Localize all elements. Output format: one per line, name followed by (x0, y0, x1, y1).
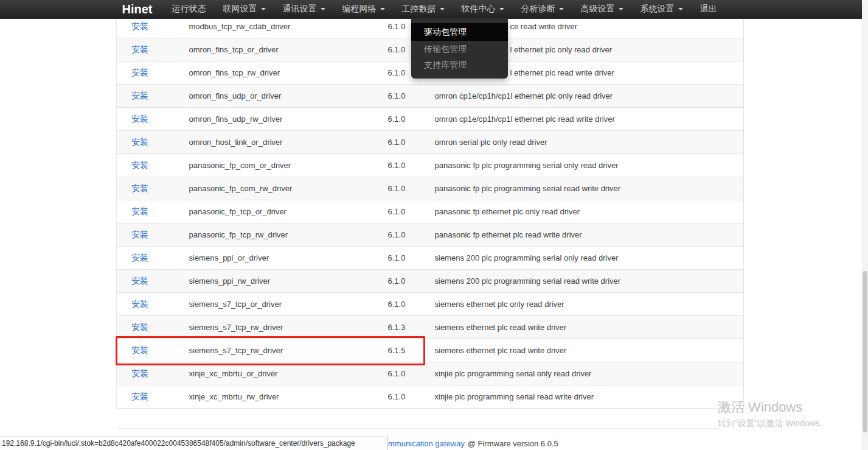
driver-row: 安装omron_fins_udp_rw_driver6.1.0omron cp1… (117, 108, 744, 131)
install-link[interactable]: 安装 (131, 230, 148, 239)
install-cell: 安装 (117, 223, 184, 247)
scrollbar-thumb[interactable] (863, 271, 867, 432)
driver-description: omron serial plc only read driver (429, 131, 744, 154)
caret-down-icon (440, 8, 445, 10)
software-center-dropdown: 驱动包管理传输包管理支持库管理 (411, 18, 508, 79)
nav-item-label: 系统设置 (641, 4, 675, 15)
install-link[interactable]: 安装 (131, 392, 148, 401)
nav-item-industrial-data[interactable]: 工控数据 (394, 0, 453, 18)
driver-name: omron_fins_tcp_or_driver (184, 38, 383, 62)
driver-row: 安装xinje_xc_mbrtu_rw_driver6.1.0xinjie pl… (117, 385, 744, 409)
install-cell: 安装 (117, 108, 184, 131)
install-cell: 安装 (117, 131, 184, 154)
footer-gateway-link[interactable]: mmunication gateway (388, 439, 465, 448)
driver-row: 安装panasonic_fp_tcp_rw_driver6.1.0panason… (117, 223, 744, 247)
driver-description: siemens 200 plc programming serial only … (429, 247, 744, 270)
driver-version: 6.1.0 (383, 223, 429, 247)
brand-logo[interactable]: Hinet (122, 0, 153, 18)
nav-item-comm-setup[interactable]: 通讯设置 (274, 0, 334, 18)
install-cell: 安装 (117, 200, 184, 223)
driver-description: xinjie plc programming serial only read … (429, 362, 744, 385)
driver-version: 6.1.0 (383, 270, 429, 293)
install-link[interactable]: 安装 (131, 183, 148, 193)
nav-item-run-status[interactable]: 运行状态 (164, 0, 215, 18)
nav-item-label: 通讯设置 (283, 4, 317, 15)
driver-version: 6.1.0 (383, 108, 429, 131)
driver-description: omron cp1e/cp1h/cp1l ethernet plc read w… (429, 108, 744, 131)
driver-description: xinjie plc programming serial read write… (429, 385, 744, 409)
driver-version: 6.1.5 (383, 339, 429, 362)
driver-name: siemens_s7_tcp_rw_driver (184, 339, 383, 362)
driver-description: panasonic fp ethernet plc read write dri… (429, 223, 744, 247)
caret-down-icon (261, 8, 266, 10)
firmware-version-text: @ Firmware version 6.0.5 (468, 439, 558, 448)
install-link[interactable]: 安装 (131, 44, 148, 54)
install-cell: 安装 (117, 62, 184, 85)
install-link[interactable]: 安装 (131, 137, 148, 147)
page: 安装modbus_tcp_rw_cdab_driver6.1.0ce read … (0, 0, 868, 450)
install-cell: 安装 (117, 385, 184, 409)
driver-row: 安装panasonic_fp_com_rw_driver6.1.0panason… (117, 177, 744, 200)
driver-description: siemens 200 plc programming serial read … (429, 270, 744, 293)
install-link[interactable]: 安装 (131, 345, 148, 355)
footer: mmunication gateway@ Firmware version 6.… (388, 439, 558, 448)
driver-name: panasonic_fp_com_or_driver (184, 154, 383, 177)
driver-row: 安装panasonic_fp_com_or_driver6.1.0panason… (117, 154, 744, 177)
driver-name: xinje_xc_mbrtu_or_driver (184, 362, 383, 385)
driver-name: omron_fins_udp_rw_driver (184, 108, 383, 131)
install-link[interactable]: 安装 (131, 160, 148, 170)
nav-item-system-settings[interactable]: 系统设置 (632, 0, 692, 18)
install-link[interactable]: 安装 (131, 68, 148, 77)
driver-row: 安装omron_fins_udp_or_driver6.1.0omron cp1… (117, 85, 744, 108)
nav-item-software-center[interactable]: 软件中心 (453, 0, 513, 18)
footer-divider (117, 428, 720, 429)
driver-name: panasonic_fp_tcp_or_driver (184, 200, 383, 223)
install-cell: 安装 (117, 270, 184, 293)
nav-item-logout[interactable]: 退出 (692, 0, 726, 18)
install-link[interactable]: 安装 (131, 368, 148, 378)
driver-version: 6.1.0 (383, 362, 429, 385)
driver-name: siemens_s7_tcp_or_driver (184, 293, 383, 316)
install-link[interactable]: 安装 (131, 276, 148, 286)
caret-down-icon (321, 8, 325, 10)
driver-version: 6.1.0 (383, 293, 429, 316)
nav-item-label: 高级设置 (581, 4, 615, 15)
status-bar-url: 192.168.9.1/cgi-bin/luci/;stok=b2d8c420a… (0, 437, 388, 450)
driver-row: 安装siemens_s7_tcp_rw_driver6.1.5siemens e… (117, 339, 744, 362)
install-link[interactable]: 安装 (131, 21, 148, 31)
driver-description: siemens ethernet plc read write driver (429, 339, 744, 362)
caret-down-icon (499, 8, 504, 10)
caret-down-icon (380, 8, 385, 10)
install-cell: 安装 (117, 177, 184, 200)
nav-item-network-setup[interactable]: 联网设置 (215, 0, 274, 18)
nav-item-advanced-settings[interactable]: 高级设置 (572, 0, 632, 18)
navbar-inner: Hinet 运行状态联网设置通讯设置编程网络工控数据软件中心分析诊断高级设置系统… (121, 0, 748, 18)
driver-name: panasonic_fp_com_rw_driver (184, 177, 383, 200)
nav-item-label: 分析诊断 (521, 4, 555, 15)
nav-item-analysis-diagnosis[interactable]: 分析诊断 (513, 0, 572, 18)
install-link[interactable]: 安装 (131, 114, 148, 124)
driver-description: omron cp1e/cp1h/cp1l ethernet plc only r… (429, 85, 744, 108)
install-link[interactable]: 安装 (131, 322, 148, 332)
driver-row: 安装xinje_xc_mbrtu_or_driver6.1.0xinjie pl… (117, 362, 744, 385)
nav-item-label: 联网设置 (223, 4, 257, 15)
driver-version: 6.1.0 (383, 85, 429, 108)
install-link[interactable]: 安装 (131, 253, 148, 262)
driver-name: siemens_ppi_rw_driver (184, 270, 383, 293)
menu-item-driver-package-management[interactable]: 驱动包管理 (411, 23, 508, 41)
menu-item-support-library-management[interactable]: 支持库管理 (411, 57, 508, 72)
install-link[interactable]: 安装 (131, 91, 148, 100)
driver-name: xinje_xc_mbrtu_rw_driver (184, 385, 383, 409)
nav-item-programming-network[interactable]: 编程网络 (334, 0, 394, 18)
install-link[interactable]: 安装 (131, 299, 148, 309)
caret-down-icon (559, 8, 564, 10)
driver-version: 6.1.0 (383, 385, 429, 409)
nav-item-label: 编程网络 (342, 4, 377, 15)
scrollbar[interactable] (862, 0, 868, 450)
install-link[interactable]: 安装 (131, 206, 148, 216)
driver-row: 安装panasonic_fp_tcp_or_driver6.1.0panason… (117, 200, 744, 223)
driver-version: 6.1.0 (383, 154, 429, 177)
driver-row: 安装siemens_ppi_or_driver6.1.0siemens 200 … (117, 247, 744, 270)
driver-version: 6.1.0 (383, 177, 429, 200)
menu-item-transfer-package-management[interactable]: 传输包管理 (411, 41, 508, 57)
